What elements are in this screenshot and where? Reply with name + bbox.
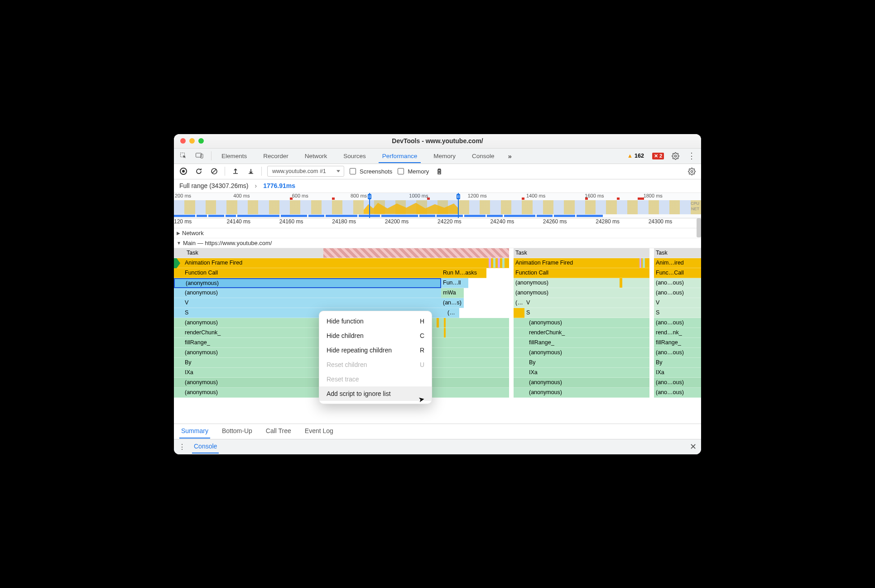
ruler-tick: 24160 ms [279, 218, 332, 228]
flame-animation-frame-fired[interactable]: Anim…ired [654, 258, 701, 268]
capture-settings-icon[interactable] [687, 166, 697, 176]
flame-anonymous[interactable]: (ano…ous) [654, 378, 701, 388]
upload-button[interactable] [231, 166, 240, 176]
details-tab-call-tree[interactable]: Call Tree [264, 424, 293, 439]
flame-anonymous[interactable]: (anonymous) [174, 288, 441, 298]
memory-checkbox[interactable]: Memory [398, 168, 429, 175]
flame-fillrange[interactable]: fillRange_ [514, 338, 649, 348]
flame-run-microtasks[interactable]: Run M…asks [441, 268, 486, 278]
main-tabs: ElementsRecorderNetworkSourcesPerformanc… [174, 149, 701, 164]
flame-task[interactable]: Task [514, 248, 649, 258]
device-toolbar-icon[interactable] [195, 151, 205, 161]
flame-stripe[interactable] [514, 308, 524, 318]
flame-by[interactable]: By [654, 358, 701, 368]
selected-range-label[interactable]: 1776.91ms [263, 182, 295, 189]
flame-anonymous[interactable]: (anonymous) [514, 378, 649, 388]
tab-elements[interactable]: Elements [218, 149, 250, 163]
flame-fillrange[interactable]: fillRange_ [654, 338, 701, 348]
range-breadcrumb: Full range (34307.26ms) › 1776.91ms [174, 179, 701, 193]
recording-select[interactable]: www.youtube.com #1 [267, 166, 344, 177]
flame-paren[interactable]: (… [446, 308, 459, 318]
drawer-tab-console[interactable]: Console [192, 440, 219, 453]
error-icon: ✕ [654, 153, 658, 159]
flame-v[interactable]: V [524, 298, 649, 308]
flame-ans[interactable]: (an…s) [441, 298, 464, 308]
details-tab-summary[interactable]: Summary [179, 424, 210, 439]
flame-ellipsis[interactable]: (… [514, 298, 524, 308]
settings-icon[interactable] [670, 151, 680, 161]
flame-chart[interactable]: Task Animation Frame Fired Function Call… [174, 248, 701, 424]
flame-anonymous[interactable]: (anonymous) [514, 278, 649, 288]
flame-animation-frame-fired[interactable]: Animation Frame Fired [514, 258, 649, 268]
flame-animation-frame-fired[interactable]: Animation Frame Fired [174, 258, 509, 268]
timeline-overview[interactable]: 200 ms400 ms600 ms800 ms1000 ms1200 ms14… [174, 193, 701, 218]
tab-console[interactable]: Console [468, 149, 498, 163]
flame-funll[interactable]: Fun…ll [441, 278, 468, 288]
flame-s[interactable]: S [654, 308, 701, 318]
inspect-element-icon[interactable] [178, 151, 188, 161]
flame-anonymous[interactable]: (ano…ous) [654, 288, 701, 298]
flame-by[interactable]: By [514, 358, 649, 368]
flame-anonymous[interactable]: (anonymous) [514, 318, 649, 328]
context-menu-item[interactable]: Hide childrenC [319, 328, 432, 343]
flame-selected-anonymous[interactable]: (anonymous) [174, 278, 441, 288]
maximize-window-button[interactable] [198, 138, 204, 144]
flame-function-call[interactable]: Function Call [174, 268, 441, 278]
flame-anonymous[interactable]: (anonymous) [514, 388, 649, 398]
flame-ixa[interactable]: IXa [514, 368, 649, 378]
errors-badge[interactable]: ✕ 2 [652, 153, 664, 159]
ruler-tick: 120 ms [174, 218, 226, 228]
flame-task[interactable]: Task [174, 248, 509, 258]
record-button[interactable] [178, 166, 188, 176]
reload-button[interactable] [194, 166, 204, 176]
close-window-button[interactable] [180, 138, 186, 144]
download-button[interactable] [246, 166, 256, 176]
tab-memory[interactable]: Memory [430, 149, 459, 163]
selection-start-arrow-icon [177, 258, 180, 268]
gc-button[interactable] [434, 166, 444, 176]
flame-renderchunk[interactable]: renderChunk_ [514, 328, 649, 338]
tabs-overflow-button[interactable]: » [504, 149, 515, 164]
flame-anonymous[interactable]: (anonymous) [514, 288, 649, 298]
context-menu-item[interactable]: Add script to ignore list [319, 386, 432, 401]
tab-recorder[interactable]: Recorder [260, 149, 292, 163]
flame-v[interactable]: V [174, 298, 441, 308]
minimize-window-button[interactable] [189, 138, 195, 144]
tab-performance[interactable]: Performance [379, 149, 421, 163]
detail-ruler: 120 ms24140 ms24160 ms24180 ms24200 ms24… [174, 218, 701, 228]
context-menu-item[interactable]: Hide repeating childrenR [319, 343, 432, 357]
full-range-label[interactable]: Full range (34307.26ms) [179, 182, 249, 189]
flame-anonymous[interactable]: (ano…ous) [654, 278, 701, 288]
details-tab-event-log[interactable]: Event Log [303, 424, 335, 439]
scrollbar-thumb[interactable] [697, 218, 701, 237]
ruler-tick: 24140 ms [226, 218, 279, 228]
clear-button[interactable] [209, 166, 219, 176]
flame-v[interactable]: V [654, 298, 701, 308]
tab-sources[interactable]: Sources [340, 149, 370, 163]
screenshots-checkbox[interactable]: Screenshots [350, 168, 392, 175]
flame-anonymous[interactable]: (ano…ous) [654, 388, 701, 398]
tab-network[interactable]: Network [301, 149, 331, 163]
details-tab-bottom-up[interactable]: Bottom-Up [220, 424, 254, 439]
drawer-menu-icon[interactable]: ⋮ [178, 443, 186, 451]
flame-anonymous[interactable]: (anonymous) [514, 348, 649, 358]
flame-function-call[interactable]: Func…Call [654, 268, 701, 278]
flame-ixa[interactable]: IXa [654, 368, 701, 378]
cpu-label: CPU [691, 201, 699, 206]
flame-function-call[interactable]: Function Call [514, 268, 649, 278]
warning-count: 162 [635, 153, 644, 159]
kebab-menu-icon[interactable]: ⋮ [687, 151, 697, 161]
performance-toolbar: www.youtube.com #1 Screenshots Memory [174, 164, 701, 179]
context-menu-item[interactable]: Hide functionH [319, 314, 432, 328]
flame-s[interactable]: S [524, 308, 649, 318]
warnings-badge[interactable]: ▲ 162 [627, 153, 644, 159]
flame-anonymous[interactable]: (ano…ous) [654, 348, 701, 358]
flame-anonymous[interactable]: (ano…ous) [654, 318, 701, 328]
network-section-header[interactable]: ▶ Network [174, 228, 701, 238]
flame-renderchunk[interactable]: rend…nk_ [654, 328, 701, 338]
drawer-close-button[interactable]: ✕ [690, 442, 697, 452]
flame-mwa[interactable]: mWa [441, 288, 464, 298]
flame-task[interactable]: Task [654, 248, 701, 258]
overview-tick: 1600 ms [584, 193, 642, 198]
main-section-header[interactable]: ▼ Main — https://www.youtube.com/ [174, 238, 701, 248]
